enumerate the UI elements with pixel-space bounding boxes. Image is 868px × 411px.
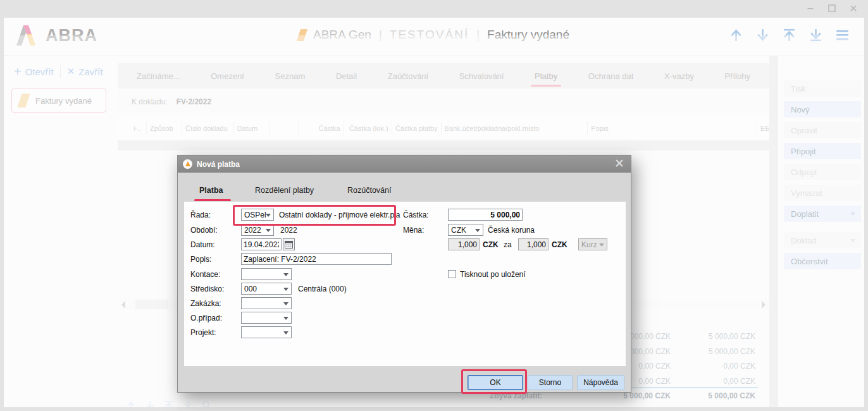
screen: – ✕ ABRA ABRA Gen | TESTOVÁNÍ |	[0, 0, 868, 411]
opripad-label: O.případ:	[190, 314, 222, 322]
storno-button[interactable]: Storno	[528, 375, 573, 390]
stredisko-label: Středisko:	[190, 285, 224, 293]
dialog-tab-rozuctovani[interactable]: Rozúčtování	[347, 186, 391, 195]
chevron-down-icon	[475, 229, 480, 232]
mena-select[interactable]: CZK	[448, 224, 483, 236]
print-checkbox[interactable]	[448, 270, 456, 278]
rada-label: Řada:	[190, 211, 211, 219]
projekt-select[interactable]	[241, 326, 292, 338]
zakazka-label: Zakázka:	[190, 299, 221, 308]
obdobi-description: 2022	[280, 226, 297, 235]
rada-value: OSPel	[244, 211, 266, 219]
rada-description: Ostatní doklady - příjmové elektr.pla	[279, 211, 400, 219]
chevron-down-icon	[283, 273, 288, 276]
stredisko-description: Centrála (000)	[298, 285, 347, 293]
opripad-select[interactable]	[241, 312, 292, 324]
projekt-label: Projekt:	[190, 328, 216, 337]
obdobi-select[interactable]: 2022	[241, 224, 274, 236]
stredisko-value: 000	[244, 285, 257, 293]
kurz-za-label: za	[504, 240, 512, 249]
popis-input[interactable]	[241, 253, 392, 265]
chevron-down-icon	[283, 302, 288, 305]
new-payment-dialog: Nová platba ✕ Platba Rozdělení platby Ro…	[177, 155, 631, 393]
kurz-value: Kurz	[581, 240, 597, 249]
kurz-from-input[interactable]	[448, 238, 480, 250]
kurz-from-unit: CZK	[483, 240, 499, 249]
abra-dialog-icon	[183, 159, 192, 169]
rada-select[interactable]: OSPel	[241, 209, 274, 221]
dialog-titlebar[interactable]: Nová platba ✕	[178, 156, 631, 173]
mena-description: Česká koruna	[488, 226, 535, 235]
minimize-icon[interactable]: –	[805, 2, 816, 15]
zakazka-select[interactable]	[241, 297, 292, 309]
chevron-down-icon	[599, 243, 604, 247]
napoveda-button[interactable]: Nápověda	[577, 375, 624, 390]
datum-input[interactable]	[241, 238, 282, 250]
kurz-select[interactable]: Kurz	[578, 238, 607, 250]
castka-input[interactable]	[448, 209, 523, 221]
chevron-down-icon	[283, 331, 288, 334]
kontace-label: Kontace:	[190, 270, 220, 279]
stredisko-select[interactable]: 000	[241, 283, 292, 295]
datum-label: Datum:	[190, 240, 215, 249]
castka-label: Částka:	[403, 211, 429, 219]
dialog-close-icon[interactable]: ✕	[614, 156, 624, 171]
close-icon[interactable]: ✕	[848, 2, 859, 15]
chevron-down-icon	[283, 288, 288, 291]
calendar-button[interactable]	[283, 238, 295, 250]
ok-button[interactable]: OK	[468, 375, 523, 390]
chevron-down-icon	[283, 317, 288, 320]
dialog-title: Nová platba	[197, 160, 240, 169]
popis-label: Popis:	[190, 255, 211, 264]
obdobi-value: 2022	[244, 226, 261, 235]
maximize-icon[interactable]	[826, 2, 838, 15]
calendar-icon	[285, 240, 293, 248]
dialog-tab-rozdeleni[interactable]: Rozdělení platby	[255, 186, 314, 195]
mena-label: Měna:	[403, 226, 424, 235]
obdobi-label: Období:	[190, 226, 218, 235]
dialog-active-tab-underline	[194, 199, 231, 201]
kurz-to-unit: CZK	[552, 240, 567, 249]
chevron-down-icon	[266, 229, 271, 232]
dialog-tab-platba[interactable]: Platba	[199, 186, 223, 195]
chevron-down-icon	[266, 214, 271, 217]
kurz-to-input[interactable]	[518, 238, 549, 250]
kontace-select[interactable]	[241, 268, 292, 280]
os-titlebar: – ✕	[0, 0, 868, 18]
print-checkbox-label: Tisknout po uložení	[460, 270, 526, 279]
mena-value: CZK	[451, 226, 466, 235]
